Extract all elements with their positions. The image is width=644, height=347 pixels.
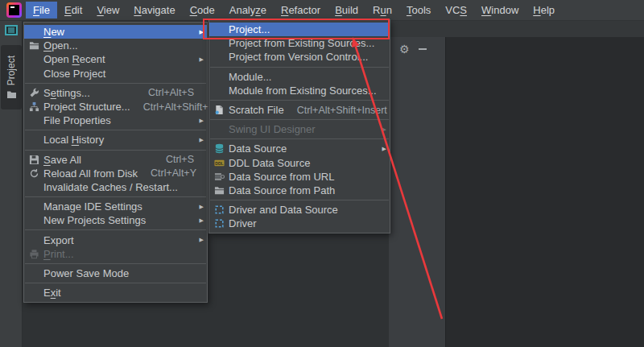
menubar-item-refactor[interactable]: Refactor [274, 2, 328, 19]
menu-item-label: Close Project [43, 68, 105, 80]
wrench-icon [28, 87, 40, 98]
svg-text:DDL: DDL [215, 160, 223, 165]
menu-separator [25, 130, 206, 130]
file-menu-item-power-save-mode[interactable]: Power Save Mode [24, 266, 207, 280]
menu-item-label: Module from Existing Sources... [229, 85, 377, 97]
tool-window-icon[interactable] [5, 25, 18, 35]
menu-item-label: New [43, 26, 64, 38]
file-menu-item-settings[interactable]: Settings...Ctrl+Alt+S [24, 86, 207, 100]
menu-item-label: Export [43, 234, 74, 246]
file-menu-item-invalidate-caches-restart[interactable]: Invalidate Caches / Restart... [24, 180, 207, 194]
menubar-item-file[interactable]: File [26, 2, 57, 19]
new-submenu-item-driver-and-data-source[interactable]: Driver and Data Source [209, 203, 390, 217]
menu-item-label: File Properties [43, 114, 111, 126]
new-submenu-item-data-source[interactable]: Data Source▶ [209, 142, 390, 155]
menu-item-label: Data Source [229, 143, 287, 155]
ddl-icon: DDL [213, 157, 225, 168]
menubar-item-help[interactable]: Help [526, 2, 562, 19]
menubar-item-window[interactable]: Window [474, 2, 526, 19]
icon-spacer [28, 134, 40, 146]
menubar-item-vcs[interactable]: VCS [438, 2, 474, 19]
submenu-arrow-icon: ▶ [196, 118, 204, 124]
icon-spacer [28, 201, 40, 213]
menubar-item-analyze[interactable]: Analyze [222, 2, 274, 19]
project-tab-label: Project [6, 56, 17, 85]
icon-spacer [213, 71, 225, 82]
file-menu-item-reload-all-from-disk[interactable]: Reload All from DiskCtrl+Alt+Y [24, 167, 207, 180]
submenu-arrow-icon: ▶ [196, 137, 204, 143]
menu-item-label: Module... [229, 71, 271, 83]
tool-window-button-project[interactable]: Project [1, 45, 22, 109]
navigation-bar-strip [389, 21, 644, 37]
file-menu-item-new-projects-settings[interactable]: New Projects Settings▶ [24, 213, 207, 227]
menu-item-label: Local History [43, 134, 104, 146]
file-menu-item-exit[interactable]: Exit [24, 286, 207, 299]
file-menu-item-save-all[interactable]: Save AllCtrl+S [24, 153, 207, 167]
file-menu-popup: New▶Open...Open Recent▶Close ProjectSett… [23, 22, 208, 303]
new-submenu-item-driver[interactable]: Driver [209, 217, 390, 230]
icon-spacer [28, 287, 40, 299]
icon-spacer [28, 68, 40, 79]
icon-spacer [213, 85, 225, 96]
menu-item-label: Open Recent [43, 53, 105, 65]
menu-item-label: Invalidate Caches / Restart... [43, 181, 178, 193]
driver-icon [213, 218, 225, 229]
menu-item-label: Project from Version Control... [229, 51, 368, 63]
menubar-item-edit[interactable]: Edit [57, 2, 89, 19]
project-tool-window-header [389, 37, 445, 347]
new-submenu-item-module-from-existing-sources[interactable]: Module from Existing Sources... [209, 84, 390, 97]
menu-item-label: Power Save Mode [43, 267, 129, 279]
file-menu-item-close-project[interactable]: Close Project [24, 67, 207, 81]
menu-item-shortcut: Ctrl+Alt+Y [138, 167, 196, 179]
file-menu-item-file-properties[interactable]: File Properties▶ [24, 114, 207, 127]
menu-item-label: Exit [43, 287, 61, 299]
icon-spacer [28, 115, 40, 126]
menu-item-label: Manage IDE Settings [43, 200, 142, 213]
menu-separator [25, 196, 206, 197]
menu-separator [210, 67, 389, 68]
driver-icon [213, 204, 225, 216]
menubar-item-run[interactable]: Run [365, 2, 399, 19]
file-menu-item-open[interactable]: Open... [24, 39, 207, 52]
menubar-item-build[interactable]: Build [328, 2, 365, 19]
save-icon [28, 154, 40, 165]
ide-window: ⚙ Search EverywhereDouble ShiftGo to Fil… [0, 0, 644, 347]
printer-icon [28, 248, 40, 259]
icon-spacer [28, 234, 40, 246]
structure-icon [28, 101, 40, 113]
file-menu-item-export[interactable]: Export▶ [24, 233, 207, 246]
scratch-icon [213, 105, 225, 116]
menubar-item-navigate[interactable]: Navigate [126, 2, 182, 19]
new-submenu-item-data-source-from-url[interactable]: Data Source from URL [209, 170, 390, 184]
menu-item-shortcut: Ctrl+Alt+Shift+S [130, 101, 215, 113]
new-submenu-item-scratch-file[interactable]: Scratch FileCtrl+Alt+Shift+Insert [209, 103, 390, 117]
menu-item-label: Project Structure... [43, 101, 130, 113]
file-menu-item-manage-ide-settings[interactable]: Manage IDE Settings▶ [24, 200, 207, 213]
file-menu-item-project-structure[interactable]: Project Structure...Ctrl+Alt+Shift+S [24, 100, 207, 114]
menu-item-label: Settings... [43, 87, 90, 99]
new-submenu-item-module[interactable]: Module... [209, 70, 390, 84]
new-submenu-item-data-source-from-path[interactable]: Data Source from Path [209, 184, 390, 197]
icon-spacer [213, 124, 225, 135]
menu-separator [25, 263, 206, 264]
folder-open-icon [213, 184, 225, 196]
menubar-item-view[interactable]: View [89, 2, 126, 19]
menu-item-label: Data Source from URL [229, 171, 335, 183]
new-submenu-item-swing-ui-designer[interactable]: Swing UI Designer▶ [209, 122, 390, 136]
file-menu-item-new[interactable]: New▶ [24, 25, 207, 39]
file-menu-item-local-history[interactable]: Local History▶ [24, 133, 207, 147]
menubar-item-tools[interactable]: Tools [399, 2, 438, 19]
menu-separator [210, 138, 389, 139]
new-submenu-item-ddl-data-source[interactable]: DDLDDL Data Source [209, 156, 390, 170]
submenu-arrow-icon: ▶ [196, 56, 204, 63]
menubar-item-code[interactable]: Code [183, 2, 222, 19]
new-submenu-item-project-from-version-control[interactable]: Project from Version Control... [209, 50, 390, 64]
menu-separator [25, 229, 206, 230]
hide-panel-icon[interactable] [419, 48, 427, 50]
icon-spacer [28, 215, 40, 226]
file-menu-item-print[interactable]: Print... [24, 247, 207, 261]
icon-spacer [28, 54, 40, 65]
gear-icon[interactable]: ⚙ [399, 42, 410, 56]
submenu-arrow-icon: ▶ [378, 126, 386, 133]
file-menu-item-open-recent[interactable]: Open Recent▶ [24, 52, 207, 66]
